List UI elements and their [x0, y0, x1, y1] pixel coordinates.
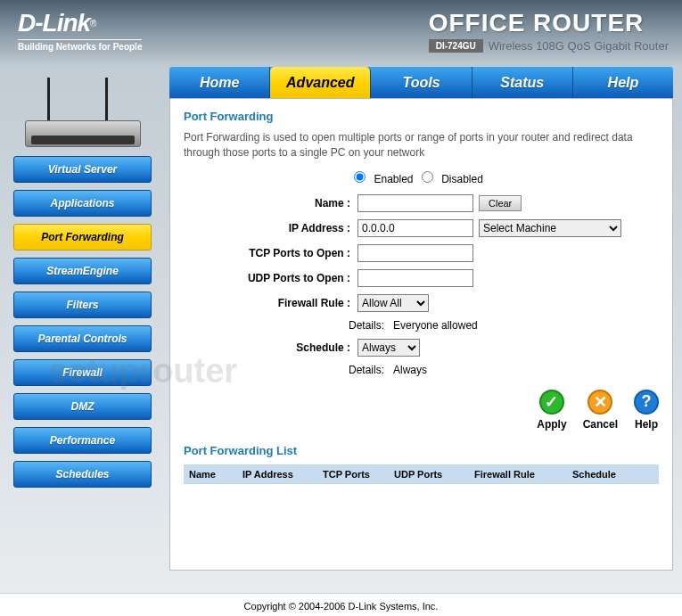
col-sch: Schedule	[567, 469, 638, 480]
content-panel: Port Forwarding Port Forwarding is used …	[169, 98, 673, 571]
radio-disabled-label: Disabled	[441, 173, 483, 185]
col-tcp: TCP Ports	[317, 469, 389, 480]
header: D-Link® Building Networks for People OFF…	[0, 0, 682, 67]
ip-input[interactable]	[357, 219, 473, 237]
col-fw: Firewall Rule	[469, 469, 567, 480]
machine-select[interactable]: Select Machine	[479, 219, 621, 237]
radio-enabled[interactable]	[354, 171, 366, 183]
name-input[interactable]	[357, 194, 473, 212]
brand-logo: D-Link® Building Networks for People	[18, 9, 142, 52]
cancel-button[interactable]: ✕ Cancel	[583, 390, 618, 431]
apply-button[interactable]: ✓ Apply	[537, 390, 566, 431]
tab-help[interactable]: Help	[573, 67, 673, 98]
product-desc: Wireless 108G QoS Gigabit Router	[489, 39, 669, 53]
router-image	[16, 76, 150, 147]
sidebar-item-virtual-server[interactable]: Virtual Server	[13, 156, 152, 183]
firewall-label: Firewall Rule :	[184, 297, 357, 309]
sidebar-item-performance[interactable]: Performance	[13, 427, 152, 454]
tab-home[interactable]: Home	[169, 67, 270, 98]
schedule-details-label: Details:	[184, 364, 393, 376]
name-label: Name :	[184, 197, 357, 209]
sidebar-item-applications[interactable]: Applications	[13, 190, 152, 217]
list-header: Name IP Address TCP Ports UDP Ports Fire…	[184, 464, 659, 484]
sidebar-item-streamengine[interactable]: StreamEngine	[13, 258, 152, 284]
udp-label: UDP Ports to Open :	[184, 272, 357, 284]
copyright: Copyright © 2004-2006 D-Link Systems, In…	[0, 593, 682, 616]
col-name: Name	[184, 469, 237, 480]
tcp-input[interactable]	[357, 244, 473, 262]
help-button[interactable]: ? Help	[634, 390, 659, 431]
x-icon: ✕	[588, 390, 612, 415]
sidebar-item-firewall[interactable]: Firewall	[13, 359, 152, 386]
ip-label: IP Address :	[184, 222, 357, 234]
firewall-details: Everyone allowed	[393, 319, 659, 332]
tcp-label: TCP Ports to Open :	[184, 247, 357, 259]
sidebar-item-filters[interactable]: Filters	[13, 292, 152, 318]
schedule-details: Always	[393, 364, 659, 376]
clear-button[interactable]: Clear	[479, 195, 522, 211]
product-title: OFFICE ROUTER	[429, 9, 669, 37]
radio-enabled-label: Enabled	[374, 173, 413, 185]
sidebar: Virtual Server Applications Port Forward…	[0, 67, 165, 593]
model-badge: DI-724GU	[429, 39, 483, 53]
check-icon: ✓	[539, 390, 564, 415]
question-icon: ?	[634, 390, 659, 415]
schedule-label: Schedule :	[184, 341, 357, 354]
list-title: Port Forwarding List	[184, 444, 659, 457]
firewall-details-label: Details:	[184, 319, 393, 332]
main-tabs: Home Advanced Tools Status Help	[169, 67, 673, 98]
udp-input[interactable]	[357, 269, 473, 287]
tab-status[interactable]: Status	[472, 67, 573, 98]
col-udp: UDP Ports	[389, 469, 469, 480]
page-title: Port Forwarding	[184, 110, 659, 123]
sidebar-item-parental-controls[interactable]: Parental Controls	[13, 325, 152, 352]
tab-advanced[interactable]: Advanced	[270, 67, 371, 98]
col-ip: IP Address	[237, 469, 317, 480]
firewall-select[interactable]: Allow All	[357, 294, 429, 312]
sidebar-item-schedules[interactable]: Schedules	[13, 461, 152, 488]
schedule-select[interactable]: Always	[357, 339, 420, 357]
brand-tagline: Building Networks for People	[18, 39, 142, 52]
page-description: Port Forwarding is used to open multiple…	[184, 130, 659, 160]
tab-tools[interactable]: Tools	[371, 67, 472, 98]
sidebar-item-dmz[interactable]: DMZ	[13, 393, 152, 420]
sidebar-item-port-forwarding[interactable]: Port Forwarding	[13, 224, 152, 251]
radio-disabled[interactable]	[422, 171, 433, 183]
brand-name: D-Link	[18, 9, 90, 37]
